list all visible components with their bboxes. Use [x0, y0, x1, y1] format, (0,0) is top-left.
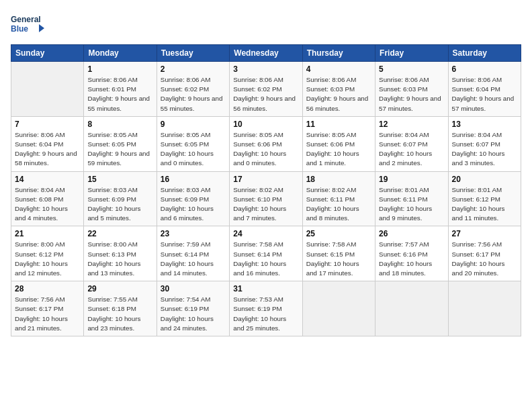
weekday-header: Sunday	[11, 45, 84, 62]
calendar-cell: 31Sunrise: 7:53 AMSunset: 6:19 PMDayligh…	[230, 281, 302, 336]
day-number: 16	[161, 175, 226, 184]
weekday-header: Thursday	[302, 45, 375, 62]
weekday-header: Friday	[375, 45, 448, 62]
calendar-header: SundayMondayTuesdayWednesdayThursdayFrid…	[11, 45, 521, 62]
day-number: 1	[87, 64, 152, 74]
calendar-cell: 12Sunrise: 8:04 AMSunset: 6:07 PMDayligh…	[375, 116, 448, 171]
day-info: Sunrise: 7:59 AMSunset: 6:14 PMDaylight:…	[161, 240, 226, 278]
day-number: 26	[379, 229, 444, 238]
day-number: 27	[452, 229, 517, 238]
calendar-cell: 14Sunrise: 8:04 AMSunset: 6:08 PMDayligh…	[11, 171, 84, 226]
svg-marker-2	[39, 24, 44, 32]
day-info: Sunrise: 8:00 AMSunset: 6:13 PMDaylight:…	[87, 240, 152, 278]
day-number: 29	[87, 284, 152, 293]
header: General Blue	[11, 11, 521, 38]
day-info: Sunrise: 8:06 AMSunset: 6:04 PMDaylight:…	[452, 75, 517, 113]
calendar-cell: 20Sunrise: 8:01 AMSunset: 6:12 PMDayligh…	[448, 171, 521, 226]
day-number: 24	[233, 229, 298, 238]
calendar-cell: 13Sunrise: 8:04 AMSunset: 6:07 PMDayligh…	[448, 116, 521, 171]
calendar-cell: 1Sunrise: 8:06 AMSunset: 6:01 PMDaylight…	[84, 62, 157, 117]
calendar-cell: 24Sunrise: 7:58 AMSunset: 6:14 PMDayligh…	[230, 226, 302, 281]
calendar-cell: 8Sunrise: 8:05 AMSunset: 6:05 PMDaylight…	[84, 116, 157, 171]
logo: General Blue	[11, 11, 44, 38]
day-info: Sunrise: 8:06 AMSunset: 6:03 PMDaylight:…	[379, 75, 444, 113]
calendar-cell: 27Sunrise: 7:56 AMSunset: 6:17 PMDayligh…	[448, 226, 521, 281]
weekday-header: Tuesday	[157, 45, 229, 62]
svg-text:Blue: Blue	[11, 24, 28, 34]
calendar-cell: 5Sunrise: 8:06 AMSunset: 6:03 PMDaylight…	[375, 62, 448, 117]
calendar-cell: 15Sunrise: 8:03 AMSunset: 6:09 PMDayligh…	[84, 171, 157, 226]
day-info: Sunrise: 8:00 AMSunset: 6:12 PMDaylight:…	[15, 240, 80, 278]
day-info: Sunrise: 7:53 AMSunset: 6:19 PMDaylight:…	[233, 295, 298, 333]
day-info: Sunrise: 8:06 AMSunset: 6:01 PMDaylight:…	[87, 75, 152, 113]
day-info: Sunrise: 8:06 AMSunset: 6:03 PMDaylight:…	[306, 75, 371, 113]
day-info: Sunrise: 7:57 AMSunset: 6:16 PMDaylight:…	[379, 240, 444, 278]
day-number: 22	[87, 229, 152, 238]
day-number: 2	[161, 64, 226, 74]
day-info: Sunrise: 8:06 AMSunset: 6:02 PMDaylight:…	[161, 75, 226, 113]
day-info: Sunrise: 8:04 AMSunset: 6:08 PMDaylight:…	[15, 185, 80, 224]
calendar-cell: 17Sunrise: 8:02 AMSunset: 6:10 PMDayligh…	[230, 171, 302, 226]
day-info: Sunrise: 7:56 AMSunset: 6:17 PMDaylight:…	[15, 295, 80, 333]
calendar-cell: 28Sunrise: 7:56 AMSunset: 6:17 PMDayligh…	[11, 281, 84, 336]
calendar-body: 1Sunrise: 8:06 AMSunset: 6:01 PMDaylight…	[11, 62, 521, 336]
calendar-cell: 29Sunrise: 7:55 AMSunset: 6:18 PMDayligh…	[84, 281, 157, 336]
day-info: Sunrise: 7:56 AMSunset: 6:17 PMDaylight:…	[452, 240, 517, 278]
day-number: 13	[452, 120, 517, 129]
day-number: 18	[306, 175, 371, 184]
day-number: 10	[233, 120, 298, 129]
calendar-cell: 21Sunrise: 8:00 AMSunset: 6:12 PMDayligh…	[11, 226, 84, 281]
day-number: 31	[233, 284, 298, 293]
calendar-cell: 2Sunrise: 8:06 AMSunset: 6:02 PMDaylight…	[157, 62, 229, 117]
day-info: Sunrise: 8:05 AMSunset: 6:06 PMDaylight:…	[233, 130, 298, 169]
day-number: 15	[87, 175, 152, 184]
day-number: 12	[379, 120, 444, 129]
day-number: 25	[306, 229, 371, 238]
day-number: 8	[87, 120, 152, 129]
day-number: 19	[379, 175, 444, 184]
day-info: Sunrise: 8:01 AMSunset: 6:12 PMDaylight:…	[452, 185, 517, 224]
day-number: 9	[161, 120, 226, 129]
day-info: Sunrise: 8:04 AMSunset: 6:07 PMDaylight:…	[452, 130, 517, 169]
day-number: 30	[161, 284, 226, 293]
calendar-cell: 25Sunrise: 7:58 AMSunset: 6:15 PMDayligh…	[302, 226, 375, 281]
day-info: Sunrise: 7:54 AMSunset: 6:19 PMDaylight:…	[161, 295, 226, 333]
calendar-cell: 9Sunrise: 8:05 AMSunset: 6:05 PMDaylight…	[157, 116, 229, 171]
day-info: Sunrise: 8:05 AMSunset: 6:05 PMDaylight:…	[87, 130, 152, 169]
calendar-cell: 4Sunrise: 8:06 AMSunset: 6:03 PMDaylight…	[302, 62, 375, 117]
day-info: Sunrise: 8:03 AMSunset: 6:09 PMDaylight:…	[87, 185, 152, 224]
day-info: Sunrise: 7:55 AMSunset: 6:18 PMDaylight:…	[87, 295, 152, 333]
calendar-cell: 11Sunrise: 8:05 AMSunset: 6:06 PMDayligh…	[302, 116, 375, 171]
day-number: 7	[15, 120, 80, 129]
day-info: Sunrise: 8:01 AMSunset: 6:11 PMDaylight:…	[379, 185, 444, 224]
day-info: Sunrise: 7:58 AMSunset: 6:15 PMDaylight:…	[306, 240, 371, 278]
calendar-cell	[448, 281, 521, 336]
weekday-header: Wednesday	[230, 45, 302, 62]
day-number: 11	[306, 120, 371, 129]
day-number: 28	[15, 284, 80, 293]
weekday-header: Saturday	[448, 45, 521, 62]
calendar-cell: 18Sunrise: 8:02 AMSunset: 6:11 PMDayligh…	[302, 171, 375, 226]
day-info: Sunrise: 8:02 AMSunset: 6:10 PMDaylight:…	[233, 185, 298, 224]
day-number: 23	[161, 229, 226, 238]
day-number: 21	[15, 229, 80, 238]
calendar-cell: 30Sunrise: 7:54 AMSunset: 6:19 PMDayligh…	[157, 281, 229, 336]
calendar-cell: 16Sunrise: 8:03 AMSunset: 6:09 PMDayligh…	[157, 171, 229, 226]
weekday-header: Monday	[84, 45, 157, 62]
calendar: SundayMondayTuesdayWednesdayThursdayFrid…	[11, 44, 521, 336]
calendar-cell: 22Sunrise: 8:00 AMSunset: 6:13 PMDayligh…	[84, 226, 157, 281]
calendar-cell	[302, 281, 375, 336]
calendar-cell: 19Sunrise: 8:01 AMSunset: 6:11 PMDayligh…	[375, 171, 448, 226]
day-info: Sunrise: 8:06 AMSunset: 6:02 PMDaylight:…	[233, 75, 298, 113]
calendar-cell: 23Sunrise: 7:59 AMSunset: 6:14 PMDayligh…	[157, 226, 229, 281]
calendar-cell	[375, 281, 448, 336]
day-info: Sunrise: 8:05 AMSunset: 6:05 PMDaylight:…	[161, 130, 226, 169]
day-number: 17	[233, 175, 298, 184]
day-number: 5	[379, 64, 444, 74]
day-number: 4	[306, 64, 371, 74]
day-number: 14	[15, 175, 80, 184]
day-info: Sunrise: 8:06 AMSunset: 6:04 PMDaylight:…	[15, 130, 80, 169]
day-info: Sunrise: 8:02 AMSunset: 6:11 PMDaylight:…	[306, 185, 371, 224]
calendar-cell: 7Sunrise: 8:06 AMSunset: 6:04 PMDaylight…	[11, 116, 84, 171]
day-info: Sunrise: 7:58 AMSunset: 6:14 PMDaylight:…	[233, 240, 298, 278]
